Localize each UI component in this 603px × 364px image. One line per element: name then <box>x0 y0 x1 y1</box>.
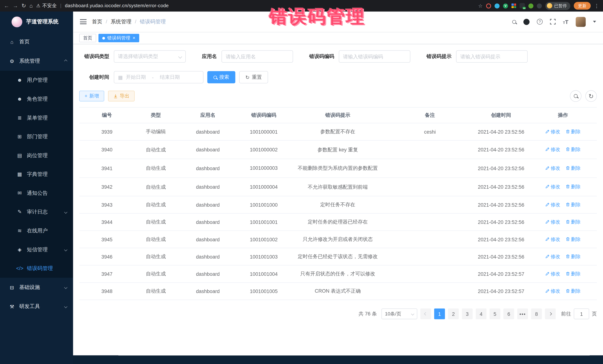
audit-log-icon: ✎ <box>16 209 23 215</box>
page-button-8[interactable]: 8 <box>531 309 542 319</box>
prev-page-button[interactable] <box>420 309 431 319</box>
edit-link[interactable]: 修改 <box>545 219 560 225</box>
delete-link[interactable]: 删除 <box>566 288 581 294</box>
delete-link[interactable]: 删除 <box>566 147 581 152</box>
forward-icon[interactable]: → <box>13 3 18 9</box>
table-tools: ↻ <box>570 90 597 102</box>
sidebar-item-error-code-management[interactable]: </>错误码管理 <box>0 259 73 278</box>
fullscreen-icon[interactable] <box>550 19 556 25</box>
cell-type: 自动生成 <box>135 213 177 231</box>
search-button[interactable]: 搜索 <box>207 71 235 83</box>
sidebar-item-user-management[interactable]: ☻用户管理 <box>0 71 73 89</box>
chevron-down-icon[interactable] <box>593 21 596 22</box>
font-size-icon[interactable]: TT <box>563 19 568 25</box>
page-button-6[interactable]: 6 <box>503 309 514 319</box>
page-button-3[interactable]: 3 <box>462 309 473 319</box>
tab-error-code[interactable]: 错误码管理× <box>99 34 139 42</box>
sidebar-item-online-user[interactable]: ≋在线用户 <box>0 221 73 240</box>
sidebar-item-infrastructure[interactable]: ⊟基础设施 <box>0 278 73 297</box>
edit-link[interactable]: 修改 <box>545 288 560 294</box>
sidebar-item-role-management[interactable]: ☻角色管理 <box>0 89 73 109</box>
search-toggle-button[interactable] <box>570 90 581 102</box>
cell-type: 自动生成 <box>135 196 177 213</box>
delete-link[interactable]: 删除 <box>566 129 581 134</box>
export-button[interactable]: 导出 <box>108 91 135 101</box>
sidebar-item-home[interactable]: ⌂首页 <box>0 32 73 52</box>
edit-link[interactable]: 修改 <box>545 165 560 171</box>
date-range-picker[interactable]: ▦ 开始日期 - 结束日期 <box>114 71 204 83</box>
search-icon[interactable] <box>512 20 516 24</box>
profile-paused-badge[interactable]: 已暂停 <box>545 2 570 10</box>
extension-leaf-icon[interactable] <box>528 3 533 8</box>
sidebar-item-sms-management[interactable]: ◈短信管理 <box>0 240 73 259</box>
sidebar-item-label: 字典管理 <box>27 171 48 177</box>
extension-check-icon[interactable]: V <box>503 3 508 8</box>
sidebar-item-menu-management[interactable]: ≣菜单管理 <box>0 109 73 127</box>
cell-created: 2021-04-20 23:52:56 <box>473 213 529 231</box>
extension-record-icon[interactable] <box>486 3 491 8</box>
extension-drop-icon[interactable] <box>494 3 499 8</box>
sidebar-item-notice[interactable]: ✉通知公告 <box>0 184 73 203</box>
cell-hint: CRON 表达式不正确 <box>289 283 387 300</box>
delete-link[interactable]: 删除 <box>566 202 581 207</box>
breadcrumb-item-1[interactable]: 系统管理 <box>111 18 131 25</box>
edit-link[interactable]: 修改 <box>545 129 560 134</box>
delete-link[interactable]: 删除 <box>566 219 581 225</box>
sidebar-item-dept-management[interactable]: ⊞部门管理 <box>0 127 73 146</box>
edit-link[interactable]: 修改 <box>545 147 560 152</box>
browser-menu-icon[interactable]: ⋮ <box>594 3 599 9</box>
edit-link[interactable]: 修改 <box>545 254 560 259</box>
browser-home-icon[interactable]: ⌂ <box>30 3 33 9</box>
add-button[interactable]: + 新增 <box>79 91 104 101</box>
page-button-4[interactable]: 4 <box>476 309 487 319</box>
edit-link[interactable]: 修改 <box>545 202 560 207</box>
extension-grid-icon[interactable] <box>511 3 516 8</box>
bookmark-star-icon[interactable]: ☆ <box>478 3 483 9</box>
edit-link[interactable]: 修改 <box>545 236 560 242</box>
page-button-5[interactable]: 5 <box>490 309 500 319</box>
github-icon[interactable] <box>523 19 530 25</box>
extension-puzzle-icon[interactable] <box>537 3 542 8</box>
sidebar-item-audit-log[interactable]: ✎审计日志 <box>0 202 73 221</box>
delete-link[interactable]: 删除 <box>566 236 581 242</box>
pagination-more[interactable]: ••• <box>517 309 528 319</box>
sidebar-item-system-management[interactable]: ⚙系统管理 <box>0 52 73 71</box>
reload-icon[interactable]: ↻ <box>22 3 26 9</box>
sms-icon: ◈ <box>16 247 23 253</box>
back-icon[interactable]: ← <box>4 3 9 9</box>
reset-button[interactable]: ↻ 重置 <box>239 71 268 83</box>
sidebar-item-dict-management[interactable]: ▦字典管理 <box>0 165 73 184</box>
page-button-1[interactable]: 1 <box>434 309 445 319</box>
tab-home[interactable]: 首页 <box>79 34 96 42</box>
sidebar-item-dev-tools[interactable]: ⚒研发工具 <box>0 297 73 316</box>
delete-link[interactable]: 删除 <box>566 165 581 171</box>
security-indicator[interactable]: ⚠ 不安全 <box>36 2 57 9</box>
delete-link[interactable]: 删除 <box>566 271 581 276</box>
sidebar-item-post-management[interactable]: ▤岗位管理 <box>0 146 73 165</box>
help-icon[interactable]: ? <box>537 19 543 25</box>
edit-link[interactable]: 修改 <box>545 271 560 276</box>
browser-update-button[interactable]: 更新 <box>574 2 591 10</box>
cell-type: 自动生成 <box>135 177 177 196</box>
error-hint-input[interactable] <box>456 50 528 63</box>
error-type-select[interactable]: 请选择错误码类型 <box>114 50 186 63</box>
breadcrumb-item-0[interactable]: 首页 <box>92 18 102 25</box>
cell-actions: 修改删除 <box>529 283 597 300</box>
delete-link[interactable]: 删除 <box>566 184 581 189</box>
avatar[interactable] <box>576 17 586 27</box>
extension-on-icon[interactable] <box>520 3 525 9</box>
edit-link[interactable]: 修改 <box>545 184 560 189</box>
logo[interactable]: 芋道管理系统 <box>0 11 73 32</box>
app-name-input[interactable] <box>221 50 293 63</box>
navbar-actions: ? TT <box>512 17 596 27</box>
goto-page-input[interactable] <box>574 309 589 319</box>
page-button-2[interactable]: 2 <box>448 309 459 319</box>
next-page-button[interactable] <box>545 309 556 319</box>
page-size-select[interactable]: 10条/页 <box>382 309 417 319</box>
delete-link[interactable]: 删除 <box>566 254 581 259</box>
refresh-button[interactable]: ↻ <box>585 90 597 102</box>
tab-close-icon[interactable]: × <box>133 36 135 40</box>
address-bar[interactable]: dashboard.yudao.iocoder.cn/system/error-… <box>65 3 169 9</box>
hamburger-icon[interactable] <box>80 19 86 24</box>
error-code-input[interactable] <box>339 50 410 63</box>
